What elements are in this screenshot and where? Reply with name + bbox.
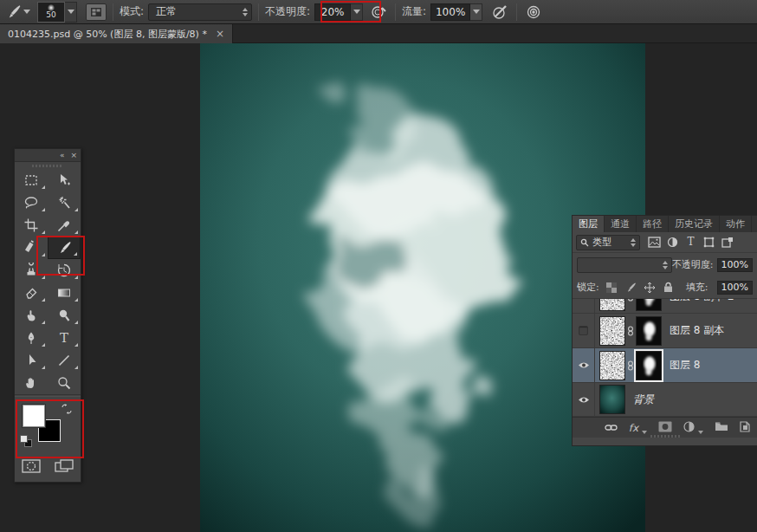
eyedropper-tool[interactable] <box>48 214 81 237</box>
toggle-brush-panel-icon[interactable] <box>86 3 107 21</box>
tablet-pressure-size-icon[interactable] <box>523 3 544 22</box>
flow-value[interactable]: 100% <box>430 3 470 21</box>
toolbox-drag-grip[interactable] <box>15 162 81 169</box>
flow-control[interactable]: 100% <box>430 3 482 21</box>
layer-filter-select[interactable]: 类型 <box>576 235 640 250</box>
link-layers-icon[interactable] <box>605 422 618 434</box>
clone-stamp-tool[interactable] <box>15 259 48 282</box>
layer-mask-thumbnail[interactable] <box>636 351 662 380</box>
filter-shape-layers-icon[interactable] <box>701 235 717 250</box>
divider <box>395 3 396 21</box>
chevron-down-icon <box>642 431 647 434</box>
visibility-toggle[interactable] <box>573 348 595 383</box>
lock-label: 锁定: <box>577 281 599 294</box>
layer-row[interactable]: 图层 8 副本 2 <box>573 299 757 314</box>
add-layer-mask-icon[interactable] <box>658 421 672 435</box>
crop-tool[interactable] <box>15 214 48 237</box>
collapse-panel-icon[interactable]: « <box>60 151 65 159</box>
swap-colors-icon[interactable] <box>60 402 74 419</box>
new-adjustment-layer-icon[interactable] <box>683 421 695 435</box>
layer-filter-row: 类型 T <box>573 232 757 253</box>
layer-mask-thumbnail[interactable] <box>636 316 662 346</box>
lock-fill-row: 锁定: 填充: 100% <box>573 276 757 299</box>
foreground-color-swatch[interactable] <box>23 405 45 427</box>
zoom-tool[interactable] <box>48 372 81 394</box>
fill-label: 填充: <box>686 281 708 294</box>
mask-link-icon[interactable] <box>625 326 636 336</box>
close-panel-icon[interactable]: × <box>70 151 77 159</box>
tab-paths[interactable]: 路径 <box>637 216 669 232</box>
mask-link-icon[interactable] <box>625 299 636 302</box>
filter-adjustment-layers-icon[interactable] <box>664 235 681 250</box>
close-tab-icon[interactable]: × <box>216 28 224 40</box>
layer-thumbnail[interactable] <box>599 385 625 414</box>
document-tab[interactable]: 0104235.psd @ 50% (图层 8, 图层蒙版/8) * × <box>0 24 233 43</box>
quick-mask-mode-icon[interactable] <box>22 459 41 477</box>
path-selection-tool[interactable] <box>15 349 48 372</box>
lock-all-icon[interactable] <box>662 281 676 295</box>
eye-hidden-icon <box>579 326 588 335</box>
layer-row-selected[interactable]: 图层 8 <box>573 348 757 383</box>
type-tool-glyph: T <box>60 332 68 345</box>
opacity-value[interactable]: 20% <box>314 3 351 21</box>
layer-thumbnail[interactable] <box>599 351 625 380</box>
brush-tool-icon[interactable] <box>4 3 30 22</box>
history-brush-tool[interactable] <box>48 259 81 282</box>
brush-preset-picker[interactable]: 50 <box>30 2 77 23</box>
tab-layers[interactable]: 图层 <box>573 216 605 232</box>
eraser-tool[interactable] <box>15 282 48 304</box>
layer-thumbnail[interactable] <box>599 316 625 346</box>
new-group-icon[interactable] <box>715 421 728 434</box>
airbrush-icon[interactable] <box>489 3 510 22</box>
visibility-toggle[interactable] <box>573 314 595 348</box>
tab-actions[interactable]: 动作 <box>720 216 752 232</box>
opacity-control[interactable]: 20% <box>314 3 363 21</box>
hand-tool[interactable] <box>15 372 48 394</box>
lock-image-pixels-icon[interactable] <box>624 281 637 295</box>
move-tool[interactable] <box>48 169 81 191</box>
brush-size-value: 50 <box>46 11 55 19</box>
smudge-tool[interactable] <box>15 304 48 327</box>
dodge-tool[interactable] <box>48 304 81 327</box>
flow-caret[interactable] <box>470 3 482 21</box>
tablet-pressure-opacity-icon[interactable] <box>368 3 389 22</box>
spot-healing-brush-tool[interactable] <box>15 237 48 259</box>
blend-mode-select[interactable]: 正常 <box>148 3 252 21</box>
layers-panel: 图层 通道 路径 历史记录 动作 类型 T <box>572 215 757 446</box>
lasso-tool[interactable] <box>15 191 48 214</box>
filter-type-layers-icon[interactable]: T <box>683 235 699 250</box>
tab-channels[interactable]: 通道 <box>605 216 637 232</box>
brush-picker-caret[interactable] <box>65 2 77 23</box>
pen-tool[interactable] <box>15 327 48 349</box>
tab-history[interactable]: 历史记录 <box>669 216 720 232</box>
layer-blend-mode-select[interactable] <box>577 257 672 273</box>
fill-value[interactable]: 100% <box>717 281 753 295</box>
visibility-toggle[interactable] <box>573 382 595 417</box>
rectangular-marquee-tool[interactable] <box>15 169 48 191</box>
layer-thumbnail[interactable] <box>599 299 625 311</box>
filter-smart-objects-icon[interactable] <box>719 235 735 250</box>
brush-tool[interactable] <box>48 237 81 259</box>
magic-wand-tool[interactable] <box>48 191 81 214</box>
panel-resize-grip[interactable] <box>650 435 680 438</box>
layer-style-icon[interactable]: fx <box>629 422 638 434</box>
layer-opacity-value[interactable]: 100% <box>717 258 753 272</box>
new-layer-icon[interactable] <box>740 421 750 435</box>
filter-pixel-layers-icon[interactable] <box>646 235 663 250</box>
line-tool[interactable] <box>48 349 81 372</box>
opacity-caret[interactable] <box>351 3 363 21</box>
updown-arrows-icon <box>656 261 668 269</box>
visibility-toggle[interactable] <box>573 299 595 314</box>
layers-footer: fx <box>573 417 757 438</box>
lock-transparent-pixels-icon[interactable] <box>605 281 618 295</box>
gradient-tool[interactable] <box>48 282 81 304</box>
layer-mask-thumbnail[interactable] <box>636 299 662 311</box>
lock-position-icon[interactable] <box>643 281 657 295</box>
screen-mode-icon[interactable] <box>55 459 74 477</box>
blend-mode-value: 正常 <box>156 4 177 19</box>
type-tool[interactable]: T <box>48 327 81 349</box>
mask-link-icon[interactable] <box>625 360 636 371</box>
layer-row-background[interactable]: 背景 <box>573 383 757 417</box>
layer-row[interactable]: 图层 8 副本 <box>573 314 757 348</box>
divider <box>113 3 113 21</box>
